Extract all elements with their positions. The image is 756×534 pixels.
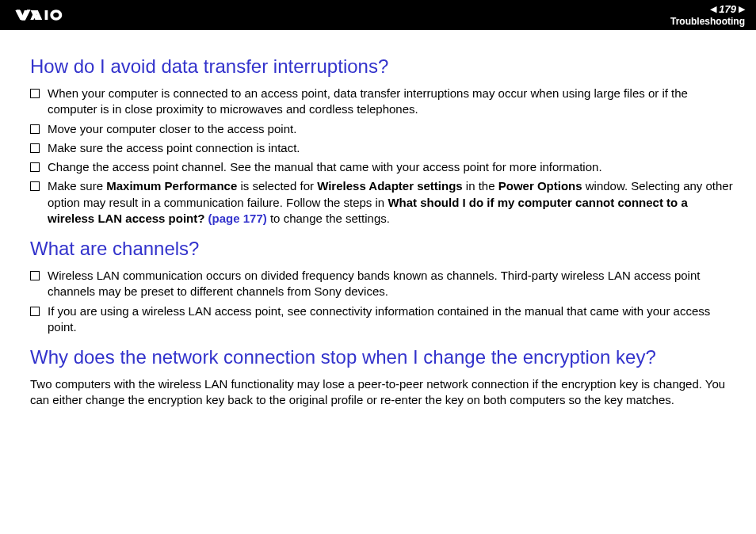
list-item: Make sure Maximum Performance is selecte… (30, 178, 734, 227)
list-item-text: Make sure the access point connection is… (48, 140, 734, 156)
header-right: ◀ 179 ▶ Troubleshooting (670, 3, 745, 27)
section-heading: How do I avoid data transfer interruptio… (30, 55, 734, 78)
paragraph: Two computers with the wireless LAN func… (30, 376, 734, 409)
list-item-text: When your computer is connected to an ac… (48, 86, 734, 118)
list-item-text: Wireless LAN communication occurs on div… (48, 268, 734, 300)
svg-rect-3 (45, 10, 48, 20)
square-bullet-icon (30, 143, 40, 153)
section-heading: What are channels? (30, 238, 734, 260)
header-bar: VAIO ◀ 179 ▶ Troubleshooting (0, 0, 756, 30)
list-item-text: Change the access point channel. See the… (48, 159, 734, 175)
list-item-text: Make sure Maximum Performance is selecte… (48, 178, 734, 227)
list-item: When your computer is connected to an ac… (30, 86, 734, 118)
square-bullet-icon (30, 271, 40, 280)
bold-text: Power Options (498, 179, 582, 193)
bold-text: What should I do if my computer cannot c… (48, 196, 688, 225)
square-bullet-icon (30, 89, 40, 98)
section-label: Troubleshooting (670, 16, 745, 27)
list-item-text: If you are using a wireless LAN access p… (48, 303, 734, 336)
next-page-arrow[interactable]: ▶ (739, 5, 745, 13)
square-bullet-icon (30, 307, 40, 316)
page-navigation: ◀ 179 ▶ (710, 3, 745, 15)
page-link[interactable]: (page 177) (208, 212, 267, 225)
list-item-text: Move your computer closer to the access … (48, 121, 734, 137)
page-number: 179 (719, 3, 736, 15)
bullet-list: Wireless LAN communication occurs on div… (30, 268, 734, 335)
list-item: Wireless LAN communication occurs on div… (30, 268, 734, 300)
bullet-list: When your computer is connected to an ac… (30, 86, 734, 227)
list-item: Make sure the access point connection is… (30, 140, 734, 156)
list-item: If you are using a wireless LAN access p… (30, 303, 734, 336)
section-heading: Why does the network connection stop whe… (30, 346, 734, 368)
square-bullet-icon (30, 124, 40, 134)
list-item: Move your computer closer to the access … (30, 121, 734, 137)
bold-text: Wireless Adapter settings (317, 179, 463, 193)
list-item: Change the access point channel. See the… (30, 159, 734, 175)
page-content: How do I avoid data transfer interruptio… (0, 30, 756, 420)
bold-text: Maximum Performance (106, 179, 237, 193)
vaio-logo: VAIO (14, 8, 84, 22)
square-bullet-icon (30, 181, 40, 191)
square-bullet-icon (30, 162, 40, 172)
prev-page-arrow[interactable]: ◀ (710, 5, 716, 13)
